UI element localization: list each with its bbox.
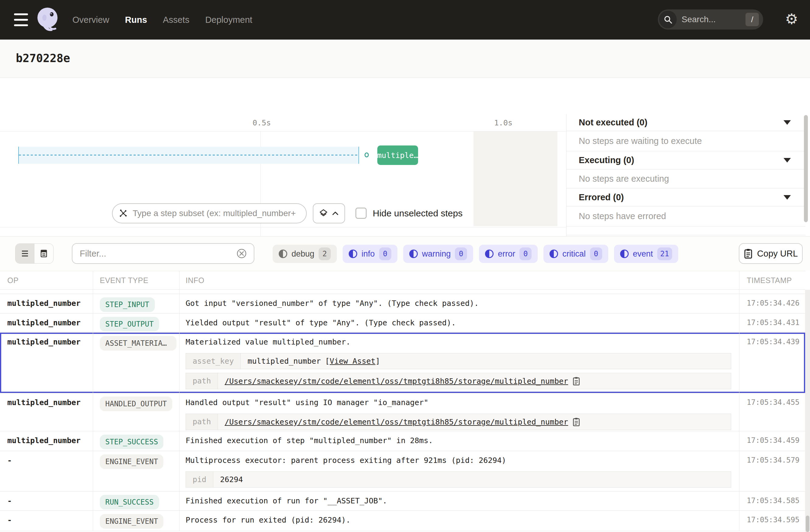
metadata-entries: asset_key multipled_number [View Asset] … [185, 353, 731, 389]
level-count-badge: 0 [519, 247, 532, 260]
clipboard-icon [744, 248, 753, 259]
global-search[interactable]: / [658, 10, 763, 30]
menu-icon[interactable] [14, 13, 28, 26]
nav-link-runs[interactable]: Runs [125, 15, 147, 25]
step-start-marker-icon [364, 152, 369, 157]
layers-icon [319, 209, 328, 218]
step-subset-input-wrap [112, 203, 307, 223]
event-log-table: OP EVENT TYPE INFO TIMESTAMP multipled_n… [0, 271, 805, 531]
section-header-executing[interactable]: Executing (0) [567, 151, 806, 170]
log-filter-wrap [72, 243, 254, 264]
status-panel-scrollbar[interactable] [804, 115, 808, 222]
toggle-on-icon [349, 249, 357, 258]
level-toggle-debug[interactable]: debug 2 [273, 245, 337, 263]
table-row[interactable]: - ENGINE_EVENT Process for run exited (p… [0, 511, 805, 531]
level-count-badge: 2 [319, 247, 331, 260]
hide-unselected-checkbox[interactable] [355, 208, 367, 219]
metadata-entries: pid 26294 [185, 471, 731, 487]
log-view-mode-group [15, 243, 53, 263]
event-type-tag: RUN_SUCCESS [100, 495, 159, 510]
search-input[interactable] [681, 14, 733, 25]
step-subset-input[interactable] [132, 208, 296, 219]
metadata-entries: path /Users/smackesey/stm/code/elementl/… [185, 414, 731, 430]
table-row[interactable]: multipled_number HANDLED_OUTPUT Handled … [0, 393, 805, 431]
table-row[interactable]: multipled_number STEP_INPUT Got input "v… [0, 294, 805, 313]
event-type-tag: ENGINE_EVENT [100, 514, 163, 529]
table-row[interactable]: multipled_number STEP_SUCCESS Finished e… [0, 431, 805, 451]
section-partial [567, 226, 806, 235]
level-toggle-info[interactable]: info 0 [343, 245, 398, 263]
toggle-on-icon [620, 249, 629, 258]
metadata-entry-pid: pid 26294 [185, 471, 731, 487]
log-filter-input[interactable] [79, 248, 236, 259]
col-header-event-type: EVENT TYPE [93, 271, 179, 289]
metadata-entry-path: path /Users/smackesey/stm/code/elementl/… [185, 373, 731, 389]
axis-tick: 1.0s [494, 118, 513, 127]
table-row-partial [0, 290, 805, 294]
log-structured-view-button[interactable] [34, 244, 53, 263]
toggle-on-icon [550, 249, 558, 258]
copy-path-icon[interactable] [572, 417, 580, 426]
table-row[interactable]: - RUN_SUCCESS Finished execution of run … [0, 491, 805, 511]
col-header-op: OP [0, 271, 93, 289]
nav-link-overview[interactable]: Overview [72, 15, 109, 25]
section-caret-icon[interactable] [783, 195, 791, 200]
event-type-tag: STEP_INPUT [100, 297, 155, 312]
dagster-logo-icon[interactable] [35, 6, 63, 33]
level-toggle-error[interactable]: error 0 [479, 245, 538, 263]
log-list-view-button[interactable] [16, 244, 34, 263]
event-type-tag: HANDLED_OUTPUT [100, 397, 172, 411]
copy-url-button[interactable]: Copy URL [739, 243, 803, 264]
event-type-tag: STEP_SUCCESS [100, 435, 163, 449]
path-link[interactable]: /Users/smackesey/stm/code/elementl/oss/t… [225, 418, 568, 426]
section-header-errored[interactable]: Errored (0) [567, 188, 806, 206]
copy-path-icon[interactable] [572, 376, 580, 386]
table-row-highlighted[interactable]: multipled_number ASSET_MATERIALIZATION M… [0, 333, 805, 393]
table-row[interactable]: multipled_number STEP_OUTPUT Yielded out… [0, 313, 805, 333]
level-count-badge: 21 [657, 247, 672, 260]
gantt-chart: 0.5s 1.0s multiple… Hide unselected step… [0, 114, 566, 236]
table-scrollbar-track[interactable] [805, 290, 810, 532]
gear-icon[interactable]: ⚙ [785, 10, 798, 27]
metadata-entry-path: path /Users/smackesey/stm/code/elementl/… [185, 414, 731, 430]
level-count-badge: 0 [379, 247, 391, 260]
section-body: No steps have errored [567, 206, 806, 226]
clear-filter-icon[interactable] [236, 248, 247, 259]
path-link[interactable]: /Users/smackesey/stm/code/elementl/oss/t… [225, 377, 568, 386]
top-nav: Overview Runs Assets Deployment / ⚙ [0, 0, 810, 39]
axis-tick: 0.5s [253, 118, 271, 127]
nav-link-assets[interactable]: Assets [163, 15, 189, 25]
col-header-info: INFO [179, 271, 740, 289]
toggle-on-icon [409, 249, 418, 258]
section-body: No steps are executing [567, 170, 806, 188]
caret-up-icon [332, 211, 339, 216]
section-caret-icon[interactable] [783, 120, 791, 125]
divider [0, 227, 566, 227]
level-toggle-critical[interactable]: critical 0 [544, 245, 608, 263]
run-header: b270228e Success multipled_number Mar 1,… [0, 39, 810, 78]
level-count-badge: 0 [455, 247, 467, 260]
search-shortcut-key: / [745, 13, 759, 26]
run-id: b270228e [16, 52, 70, 65]
step-bar-multipled-number[interactable]: multiple… [377, 145, 418, 165]
log-level-filters: debug 2 info 0 warning 0 error 0 critica… [273, 245, 678, 263]
graph-query-toggle-button[interactable] [313, 203, 345, 223]
table-row[interactable]: - ENGINE_EVENT Multiprocess executor: pa… [0, 451, 805, 491]
nav-link-deployment[interactable]: Deployment [205, 15, 252, 25]
gantt-time-axis: 0.5s 1.0s [0, 114, 566, 131]
section-caret-icon[interactable] [783, 158, 791, 162]
level-toggle-warning[interactable]: warning 0 [403, 245, 473, 263]
metadata-entry-asset-key: asset_key multipled_number [View Asset] [185, 353, 731, 369]
view-asset-link[interactable]: View Asset [329, 357, 375, 366]
table-header-row: OP EVENT TYPE INFO TIMESTAMP [0, 271, 805, 290]
log-toolbar: debug 2 info 0 warning 0 error 0 critica… [0, 236, 810, 271]
level-toggle-event[interactable]: event 21 [614, 245, 678, 263]
hide-unselected-label: Hide unselected steps [373, 208, 463, 219]
step-status-panel: Not executed (0) No steps are waiting to… [566, 114, 810, 236]
section-header-not-executed[interactable]: Not executed (0) [567, 114, 806, 131]
table-scrollbar-thumb[interactable] [806, 516, 809, 532]
event-type-tag: STEP_OUTPUT [100, 317, 159, 332]
toggle-on-icon [485, 249, 493, 258]
level-count-badge: 0 [590, 247, 602, 260]
col-header-timestamp: TIMESTAMP [740, 271, 805, 289]
